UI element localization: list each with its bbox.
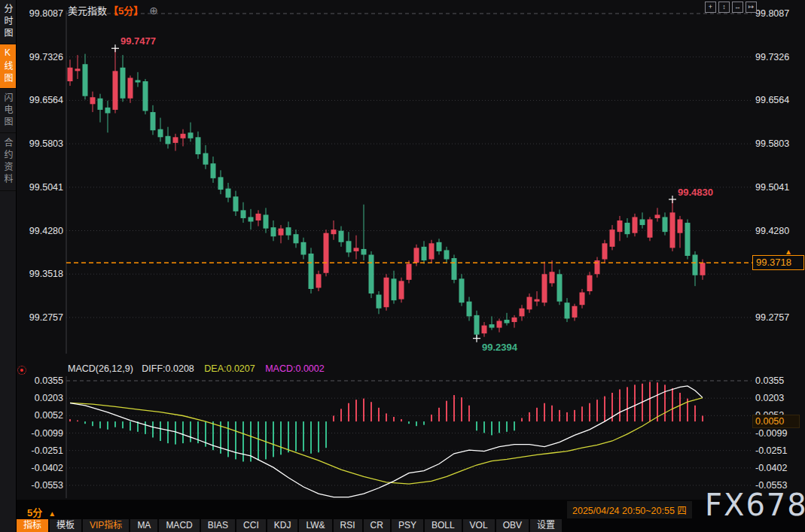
current-price-badge: 99.3718 xyxy=(752,255,804,270)
sidebar-item-3[interactable]: 闪电图 xyxy=(0,89,16,133)
macd-axis-label-right: -0.0402 xyxy=(755,463,787,473)
crosshair-icon[interactable]: + xyxy=(705,2,716,13)
macd-axis-label-left: 0.0355 xyxy=(35,375,63,386)
price-axis-label-right: 99.6564 xyxy=(755,95,789,105)
candle-time-range: 2025/04/24 20:50~20:55 四 xyxy=(567,501,692,518)
tab-BOLL[interactable]: BOLL xyxy=(425,519,462,532)
macd-axis-label-right: -0.0099 xyxy=(755,428,787,439)
macd-axis-label-right: 0.0355 xyxy=(755,375,784,386)
fit-horizontal-icon[interactable]: ↔ xyxy=(732,2,743,13)
tab-VOL[interactable]: VOL xyxy=(463,519,495,532)
macd-axis-badge: 0.0050 xyxy=(752,415,800,428)
tab-VIP指标[interactable]: VIP指标 xyxy=(83,519,129,532)
tab-CR[interactable]: CR xyxy=(364,519,390,532)
tab-指标[interactable]: 指标 xyxy=(17,519,48,532)
macd-settings-icon[interactable] xyxy=(17,366,26,375)
period-selector[interactable]: 5分▲ xyxy=(27,505,56,519)
price-axis-label-left: 99.5803 xyxy=(29,138,63,149)
macd-axis-label-left: 0.0052 xyxy=(35,410,63,421)
chevron-up-icon: ▲ xyxy=(48,509,56,518)
macd-axis-label-left: -0.0553 xyxy=(32,480,63,491)
price-up-arrow-icon: ▲ xyxy=(785,248,792,256)
macd-diff-value: DIFF:0.0208 xyxy=(142,363,194,374)
tab-RSI[interactable]: RSI xyxy=(334,519,362,532)
macd-dea-value: DEA:0.0207 xyxy=(204,363,255,374)
price-axis-label-left: 99.8087 xyxy=(29,8,63,19)
tab-CCI[interactable]: CCI xyxy=(236,519,266,532)
tab-OBV[interactable]: OBV xyxy=(496,519,529,532)
bottom-toolbar: 指标模板VIP指标MAMACDBIASCCIKDJLW&RSICRPSYBOLL… xyxy=(17,519,562,532)
tab-模板[interactable]: 模板 xyxy=(50,519,81,532)
tab-BIAS[interactable]: BIAS xyxy=(201,519,235,532)
price-axis-label-right: 99.2757 xyxy=(755,312,789,323)
fx678-watermark: FX678 xyxy=(705,488,805,522)
macd-axis-label-left: -0.0099 xyxy=(32,428,63,439)
pan-right-icon[interactable]: ↦ xyxy=(746,2,757,13)
chart-header: 美元指数【5分】⊕ xyxy=(68,3,158,17)
macd-header: MACD(26,12,9) DIFF:0.0208 DEA:0.0207 MAC… xyxy=(68,363,325,374)
price-axis-label-right: 99.8087 xyxy=(755,8,789,19)
tab-设置[interactable]: 设置 xyxy=(530,519,562,532)
macd-macd-value: MACD:0.0002 xyxy=(265,363,325,374)
left-sidebar: 分时图K线图闪电图合约资料 xyxy=(0,0,17,532)
tab-KDJ[interactable]: KDJ xyxy=(267,519,298,532)
price-axis-label-left: 99.2757 xyxy=(29,312,63,323)
macd-axis-label-left: 0.0203 xyxy=(35,393,63,403)
price-axis-label-right: 99.4280 xyxy=(755,226,789,236)
macd-axis-label-left: -0.0251 xyxy=(32,445,63,456)
tab-PSY[interactable]: PSY xyxy=(392,519,423,532)
tab-MACD[interactable]: MACD xyxy=(159,519,199,532)
trading-app-window: 分时图K线图闪电图合约资料 99.808799.808799.732699.73… xyxy=(0,0,805,532)
price-axis-label-left: 99.5041 xyxy=(29,182,63,193)
price-axis-label-left: 99.6564 xyxy=(29,95,63,105)
price-axis-label-left: 99.4280 xyxy=(29,226,63,236)
macd-axis-label-right: -0.0251 xyxy=(755,445,787,456)
extreme-price-label: 99.2394 xyxy=(482,342,518,353)
price-axis-label-right: 99.7326 xyxy=(755,52,789,62)
sidebar-item-4[interactable]: 合约资料 xyxy=(0,133,16,191)
tab-LW&[interactable]: LW& xyxy=(299,519,331,532)
tab-MA[interactable]: MA xyxy=(130,519,157,532)
price-axis-label-left: 99.3518 xyxy=(29,269,63,279)
extreme-price-label: 99.7477 xyxy=(120,35,156,47)
sidebar-item-2[interactable]: K线图 xyxy=(0,44,16,89)
symbol-title: 美元指数 xyxy=(68,3,107,17)
add-indicator-icon[interactable]: ⊕ xyxy=(149,5,158,17)
fit-vertical-icon[interactable]: ↕ xyxy=(718,2,730,13)
period-tag: 【5分】 xyxy=(108,3,143,17)
chart-canvas[interactable]: 99.808799.808799.732699.732699.656499.65… xyxy=(0,0,805,532)
macd-axis-label-right: 0.0203 xyxy=(755,393,784,403)
price-axis-label-right: 99.5041 xyxy=(755,182,789,193)
chart-control-icons: +↕↔↦ xyxy=(705,2,757,13)
macd-params-label: MACD(26,12,9) xyxy=(68,363,133,374)
sidebar-item-1[interactable]: 分时图 xyxy=(0,0,16,44)
extreme-price-label: 99.4830 xyxy=(678,187,713,198)
period-selector-label: 5分 xyxy=(27,507,42,518)
price-axis-label-left: 99.7326 xyxy=(29,52,63,62)
macd-axis-label-left: -0.0402 xyxy=(32,463,63,473)
price-axis-label-right: 99.5803 xyxy=(755,138,789,149)
